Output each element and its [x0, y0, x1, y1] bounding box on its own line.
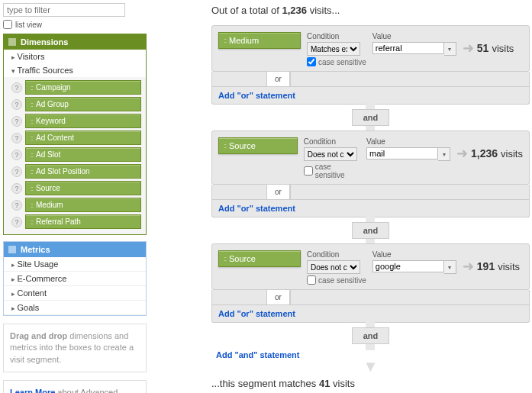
- dim-label: Keyword: [36, 117, 66, 125]
- add-or-row: Add "or" statement: [211, 305, 530, 323]
- dim-ad-slot-position[interactable]: ::Ad Slot Position: [25, 164, 141, 179]
- dim-label: Ad Group: [36, 100, 69, 108]
- arrow-icon: ➜: [456, 145, 468, 162]
- help-icon[interactable]: ?: [11, 150, 22, 160]
- add-or-link[interactable]: Add "or" statement: [218, 204, 295, 213]
- help-icon[interactable]: ?: [11, 116, 22, 127]
- metric-content[interactable]: Content: [4, 286, 146, 301]
- rule-dim-label: Source: [229, 254, 256, 263]
- dim-campaign[interactable]: ::Campaign: [25, 80, 141, 95]
- grip-icon: ::: [31, 151, 33, 159]
- dim-ad-group[interactable]: ::Ad Group: [25, 97, 141, 111]
- dim-keyword[interactable]: ::Keyword: [25, 114, 141, 128]
- help-icon[interactable]: ?: [11, 183, 22, 194]
- case-sensitive-checkbox[interactable]: [307, 57, 316, 66]
- grip-icon: ::: [31, 84, 33, 92]
- value-input[interactable]: [372, 42, 444, 54]
- and-label: and: [352, 327, 390, 344]
- value-label: Value: [372, 250, 456, 259]
- result-visits-label: visits: [492, 43, 514, 54]
- learn-more-box: Learn More about Advanced Segmentation a…: [3, 380, 147, 393]
- or-spacer: [212, 72, 267, 86]
- dimensions-title: Dimensions: [21, 37, 68, 47]
- rule-block: :: Source Condition Does not contain cas…: [211, 243, 530, 290]
- dim-referral-path[interactable]: ::Referral Path: [25, 214, 141, 229]
- metric-site-usage[interactable]: Site Usage: [4, 257, 146, 272]
- condition-select[interactable]: Matches exactly: [307, 42, 360, 56]
- grip-icon: ::: [31, 168, 33, 176]
- dim-medium[interactable]: ::Medium: [25, 198, 141, 212]
- metrics-panel: Metrics Site Usage E-Commerce Content Go…: [3, 241, 147, 316]
- metric-goals[interactable]: Goals: [4, 301, 146, 315]
- dimensions-panel: Dimensions Visitors Traffic Sources ?::C…: [3, 34, 147, 235]
- and-label: and: [352, 222, 390, 239]
- condition-select[interactable]: Does not contain: [304, 147, 357, 161]
- rule-dimension[interactable]: :: Medium: [218, 32, 301, 49]
- grip-icon: ::: [224, 142, 226, 150]
- value-dropdown-icon[interactable]: ▾: [444, 260, 456, 274]
- add-or-link[interactable]: Add "or" statement: [218, 91, 295, 100]
- add-or-row: Add "or" statement: [211, 87, 530, 105]
- case-sensitive-checkbox[interactable]: [307, 275, 316, 285]
- filter-input[interactable]: [3, 3, 125, 17]
- dim-source[interactable]: ::Source: [25, 181, 141, 195]
- total-prefix: Out of a total of: [211, 5, 282, 16]
- and-separator: and: [211, 323, 530, 349]
- value-input[interactable]: [366, 147, 438, 159]
- add-or-row: Add "or" statement: [211, 200, 530, 217]
- total-line: Out of a total of 1,236 visits...: [211, 5, 530, 16]
- listview-checkbox[interactable]: [3, 20, 12, 29]
- metrics-title: Metrics: [21, 245, 50, 254]
- dim-label: Ad Content: [36, 134, 74, 142]
- rule-dim-label: Medium: [229, 36, 259, 45]
- help-icon[interactable]: ?: [11, 133, 22, 143]
- or-strip: or: [211, 185, 530, 200]
- result-number: 51: [477, 42, 489, 54]
- dim-ad-slot[interactable]: ::Ad Slot: [25, 147, 141, 162]
- condition-label: Condition: [307, 32, 366, 40]
- total-suffix: visits...: [307, 5, 340, 16]
- condition-select[interactable]: Does not contain: [307, 260, 360, 274]
- drag-drop-help: Drag and drop dimensions and metrics int…: [3, 324, 147, 372]
- or-strip: or: [211, 72, 530, 87]
- metric-ecommerce[interactable]: E-Commerce: [4, 272, 146, 286]
- value-dropdown-icon[interactable]: ▾: [438, 147, 450, 161]
- or-spacer: [212, 290, 267, 304]
- help-icon[interactable]: ?: [11, 217, 22, 227]
- result-number: 1,236: [471, 147, 498, 159]
- rule-dim-label: Source: [229, 141, 256, 150]
- add-and-link[interactable]: Add "and" statement: [216, 350, 299, 359]
- case-sensitive-checkbox[interactable]: [304, 166, 313, 176]
- or-rest: [290, 72, 529, 86]
- listview-label: list view: [15, 21, 42, 29]
- add-or-link[interactable]: Add "or" statement: [218, 309, 295, 318]
- rule-dimension[interactable]: :: Source: [218, 137, 298, 154]
- and-separator: and: [211, 105, 530, 130]
- case-sensitive-label: case sensitive: [318, 58, 366, 66]
- result-visits-label: visits: [501, 148, 523, 159]
- tree-visitors[interactable]: Visitors: [4, 50, 146, 63]
- grip-icon: ::: [31, 218, 33, 226]
- grip-icon: ::: [31, 101, 33, 108]
- help-icon[interactable]: ?: [11, 82, 22, 93]
- or-rest: [290, 290, 529, 304]
- dim-label: Campaign: [36, 83, 71, 92]
- value-input[interactable]: [372, 260, 444, 272]
- help-icon[interactable]: ?: [11, 200, 22, 211]
- or-label: or: [267, 185, 290, 199]
- dim-ad-content[interactable]: ::Ad Content: [25, 130, 141, 145]
- grip-icon: ::: [224, 255, 226, 263]
- grip-icon: ::: [31, 185, 33, 192]
- help-icon[interactable]: ?: [11, 99, 22, 110]
- and-label: and: [352, 109, 390, 126]
- learn-more-link[interactable]: Learn More: [10, 388, 55, 393]
- rule-dimension[interactable]: :: Source: [218, 250, 301, 267]
- or-strip: or: [211, 290, 530, 305]
- tree-traffic-sources[interactable]: Traffic Sources: [4, 63, 146, 77]
- dim-label: Source: [36, 184, 60, 192]
- value-label: Value: [372, 32, 456, 40]
- value-dropdown-icon[interactable]: ▾: [444, 42, 456, 56]
- rule-block: :: Medium Condition Matches exactly case…: [211, 25, 530, 72]
- help-icon[interactable]: ?: [11, 166, 22, 177]
- or-spacer: [212, 185, 267, 199]
